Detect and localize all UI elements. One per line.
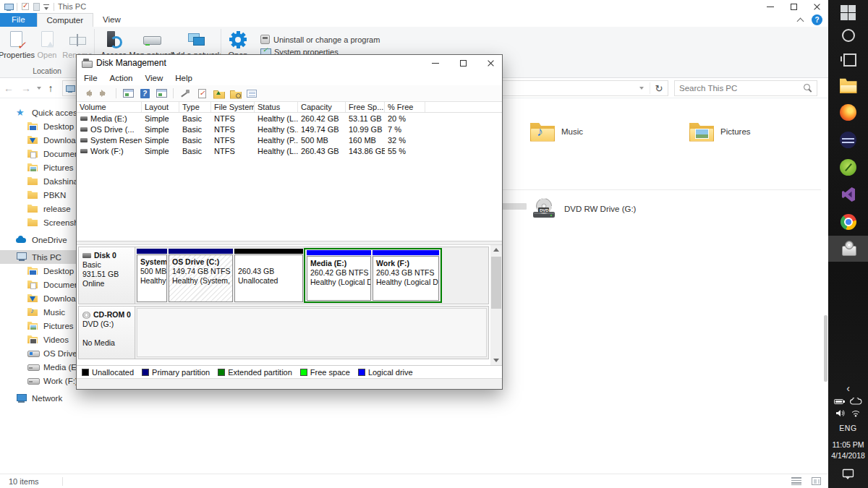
column-header[interactable]: Status [255,102,298,112]
sidebar-item-quick-access[interactable]: Quick access [0,106,85,119]
back-button[interactable] [81,86,94,100]
forward-button[interactable] [98,86,111,100]
volume-row[interactable]: Media (E:) Simple Basic NTFS Healthy (L.… [77,113,502,124]
scroll-up-icon[interactable] [493,248,499,252]
folder-up-button[interactable] [212,86,225,100]
scroll-down-icon[interactable] [493,359,499,362]
back-button[interactable]: ← [0,82,17,94]
sidebar-item[interactable]: Work (F:) [0,374,85,388]
taskbar-visual-studio[interactable] [828,181,868,208]
refresh-button[interactable]: ↻ [650,83,668,94]
column-header[interactable]: % Free [385,102,425,112]
scrollbar-thumb[interactable] [491,257,501,309]
ribbon-tab[interactable]: File [0,13,37,27]
show-hidden-icons-chevron[interactable]: ‹ [846,383,850,393]
sidebar-item[interactable]: Documents [0,278,85,291]
sidebar-item-this-pc[interactable]: This PC [0,250,85,264]
menu-item[interactable]: Action [110,74,133,82]
menu-item[interactable]: Help [175,74,192,82]
volume-icon[interactable] [835,409,846,417]
help-icon[interactable] [812,14,822,25]
partition[interactable]: System R 500 MB N Healthy (P [137,249,167,302]
volume-row[interactable]: System Reserved Simple Basic NTFS Health… [77,134,502,145]
disk-0-header[interactable]: Disk 0 Basic 931.51 GB Online [79,247,135,304]
volume-row[interactable]: OS Drive (... Simple Basic NTFS Healthy … [77,124,502,134]
cortana-button[interactable] [828,25,868,46]
dvd-drive-tile[interactable]: DVD DVD RW Drive (G:) [530,197,636,221]
menu-item[interactable]: View [145,74,163,82]
search-box[interactable] [674,80,817,96]
quick-access-properties-icon[interactable] [21,2,30,11]
sidebar-item[interactable]: Music [0,305,85,319]
properties-button[interactable] [245,86,258,100]
column-header[interactable]: Type [179,102,211,112]
forward-button[interactable]: → [17,82,35,94]
action-center-button[interactable] [842,468,854,482]
folder-tile[interactable]: Music [530,117,583,146]
up-button[interactable]: ↑ [43,82,58,94]
clock[interactable]: 11:05 PM 4/14/2018 [831,440,865,461]
menu-item[interactable]: File [84,74,98,82]
minimize-button[interactable] [759,0,782,13]
sidebar-item[interactable]: release [0,202,85,215]
sidebar-item-network[interactable]: Network [0,391,85,405]
minimize-button[interactable] [424,56,447,69]
pointer-tool-button[interactable] [179,86,192,100]
ribbon-tab[interactable]: View [93,13,130,27]
content-scrollbar-thumb[interactable] [824,315,827,382]
uninstall-program-button[interactable]: Uninstall or change a program [260,35,380,44]
customize-quick-access-icon[interactable] [43,4,50,10]
folder-tile[interactable]: Pictures [689,117,751,146]
sidebar-item[interactable]: Videos [0,333,85,346]
sidebar-item-onedrive[interactable]: OneDrive [0,233,85,247]
onedrive-cloud-icon[interactable] [850,398,862,405]
sidebar-item[interactable]: Downloads [0,291,85,305]
column-header[interactable]: Layout [142,102,179,112]
sidebar-item[interactable]: Desktop [0,119,85,133]
column-header[interactable]: Capacity [298,102,346,112]
graphical-view-scrollbar[interactable] [490,245,502,365]
close-button[interactable] [805,0,828,13]
taskbar-eclipse[interactable] [828,126,868,153]
wifi-icon[interactable] [851,409,861,417]
partition[interactable]: 260.43 GB Unallocated [234,249,303,302]
task-view-button[interactable] [828,46,868,72]
address-dropdown-button[interactable] [634,81,650,95]
taskbar-file-explorer[interactable] [828,72,868,98]
partition[interactable]: OS Drive (C:) 149.74 GB NTFS Healthy (Sy… [169,249,233,302]
sidebar-item[interactable]: OS Drive (C:) [0,346,85,360]
sidebar-item[interactable]: PBKN [0,188,85,202]
details-view-icon[interactable] [791,477,801,485]
collapse-ribbon-icon[interactable] [797,17,804,25]
show-console-tree-button[interactable] [122,86,135,100]
volume-row[interactable]: Work (F:) Simple Basic NTFS Healthy (L..… [77,145,502,156]
taskbar-firefox[interactable] [828,98,868,126]
sidebar-item[interactable]: Dakshinapuram [0,174,85,188]
quick-access-new-folder-icon[interactable] [33,3,40,11]
column-header[interactable]: File System [211,102,255,112]
logical-drive-partition[interactable]: Media (E:) 260.42 GB NTFS Healthy (Logic… [307,250,371,301]
battery-icon[interactable] [834,398,845,405]
properties-button[interactable]: Properties [1,30,32,67]
logical-drive-partition[interactable]: Work (F:) 260.43 GB NTFS Healthy (Logica… [373,250,439,301]
sidebar-item[interactable]: Pictures [0,160,85,174]
show-action-pane-button[interactable] [155,86,168,100]
taskbar-android-studio[interactable] [828,153,868,181]
folder-search-button[interactable] [229,86,242,100]
column-header[interactable]: Free Sp... [346,102,385,112]
open-button[interactable]: Open [32,30,62,67]
sidebar-item[interactable]: Desktop [0,264,85,278]
sidebar-item[interactable]: Documents [0,147,85,160]
column-header[interactable]: Volume [77,102,142,112]
maximize-button[interactable] [451,56,475,69]
maximize-button[interactable] [782,0,805,13]
taskbar-disk-management-active[interactable] [828,236,868,262]
thumbnail-view-icon[interactable] [812,477,821,485]
language-indicator[interactable]: ENG [839,424,856,432]
sidebar-item[interactable]: Downloads [0,133,85,147]
cdrom-0-header[interactable]: CD-ROM 0 DVD (G:) No Media [79,307,135,359]
start-button[interactable] [828,0,868,25]
taskbar-chrome[interactable] [828,208,868,236]
sidebar-item[interactable]: Screenshots [0,215,85,229]
recent-locations-button[interactable] [35,87,43,90]
